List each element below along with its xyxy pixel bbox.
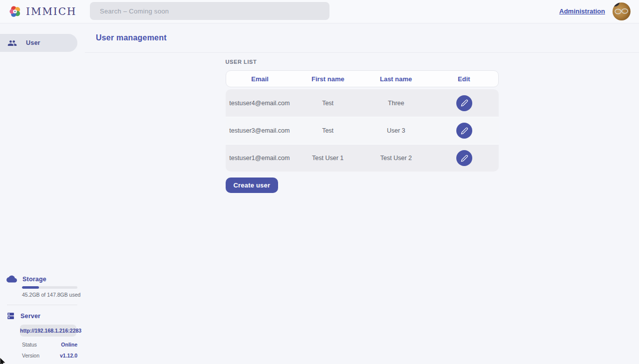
page-title: User management [96, 33, 167, 42]
logo-text: IMMICH [26, 5, 77, 17]
server-status-label: Status [22, 342, 37, 348]
glasses-icon [614, 7, 629, 15]
col-header-email: Email [226, 75, 294, 83]
sidebar: User Storage 45.2GB of 147.8GB used [0, 23, 85, 364]
page-title-bar: User management [85, 23, 639, 53]
cell-email: testuser4@email.com [226, 100, 294, 107]
users-group-icon [7, 38, 17, 48]
cell-last-name: User 3 [362, 127, 430, 134]
avatar-photo-shadow [613, 2, 620, 6]
edit-user-button[interactable] [456, 95, 472, 111]
edit-user-button[interactable] [456, 150, 472, 166]
cell-last-name: Three [362, 100, 430, 107]
avatar[interactable] [613, 2, 631, 20]
sidebar-item-label: User [26, 39, 40, 46]
storage-progress-fill [22, 286, 39, 289]
cell-first-name: Test [294, 100, 362, 107]
cell-last-name: Test User 2 [362, 155, 430, 162]
cloud-icon [6, 275, 17, 283]
pencil-icon [461, 155, 468, 162]
sidebar-divider [7, 305, 77, 305]
cell-email: testuser3@email.com [226, 127, 294, 134]
pencil-icon [461, 99, 468, 107]
table-header-row: Email First name Last name Edit [226, 70, 499, 87]
cell-first-name: Test [294, 127, 362, 134]
server-title: Server [20, 313, 40, 320]
sidebar-status-panels: Storage 45.2GB of 147.8GB used Server ht… [0, 275, 85, 359]
cell-email: testuser1@email.com [226, 155, 294, 162]
immich-logo: IMMICH [8, 4, 77, 18]
sidebar-item-user[interactable]: User [0, 34, 77, 52]
server-version-label: Version [22, 353, 39, 359]
storage-usage-text: 45.2GB of 147.8GB used [22, 292, 85, 298]
table-row: testuser1@email.com Test User 1 Test Use… [226, 144, 499, 172]
user-table: testuser4@email.com Test Three testuser3… [226, 89, 499, 172]
storage-title: Storage [22, 276, 46, 283]
pencil-icon [461, 127, 468, 135]
table-row: testuser3@email.com Test User 3 [226, 117, 499, 144]
server-status-value: Online [61, 342, 77, 348]
administration-link[interactable]: Administration [559, 7, 605, 15]
storage-progress-bar [22, 286, 77, 289]
server-url-chip: http://192.168.1.216:2283 [20, 325, 76, 337]
cell-first-name: Test User 1 [294, 155, 362, 162]
server-icon [6, 312, 15, 320]
immich-flower-icon [8, 4, 22, 18]
create-user-button[interactable]: Create user [226, 178, 279, 193]
top-bar: IMMICH Administration [0, 0, 639, 23]
edit-user-button[interactable] [456, 123, 472, 139]
col-header-first-name: First name [294, 75, 362, 83]
table-row: testuser4@email.com Test Three [226, 89, 499, 117]
col-header-last-name: Last name [362, 75, 430, 83]
search-input[interactable] [90, 2, 329, 20]
user-list-label: USER LIST [226, 59, 499, 65]
col-header-edit: Edit [430, 75, 498, 83]
main-content: User management USER LIST Email First na… [85, 23, 639, 364]
server-version-value: v1.12.0 [60, 353, 77, 359]
